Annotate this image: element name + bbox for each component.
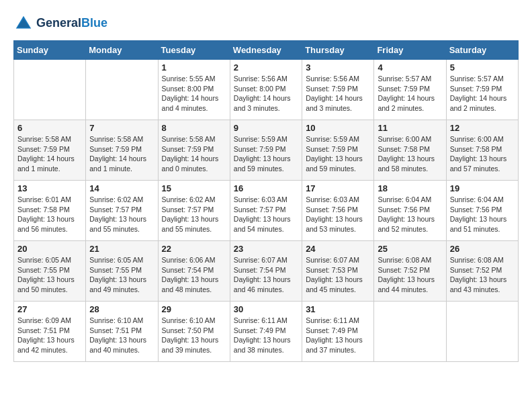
day-number: 17 <box>306 183 370 193</box>
day-number: 19 <box>450 183 515 193</box>
calendar-cell: 26Sunrise: 6:08 AM Sunset: 7:52 PM Dayli… <box>446 241 518 302</box>
calendar-cell: 7Sunrise: 5:58 AM Sunset: 7:59 PM Daylig… <box>86 120 158 181</box>
calendar-week-row: 6Sunrise: 5:58 AM Sunset: 7:59 PM Daylig… <box>14 120 519 181</box>
day-number: 7 <box>89 123 154 133</box>
calendar-week-row: 1Sunrise: 5:55 AM Sunset: 8:00 PM Daylig… <box>14 60 519 120</box>
day-info: Sunrise: 6:10 AM Sunset: 7:51 PM Dayligh… <box>89 316 154 355</box>
day-number: 23 <box>234 244 298 254</box>
calendar-week-row: 27Sunrise: 6:09 AM Sunset: 7:51 PM Dayli… <box>14 302 519 362</box>
calendar-header: SundayMondayTuesdayWednesdayThursdayFrid… <box>14 41 519 60</box>
day-info: Sunrise: 6:07 AM Sunset: 7:54 PM Dayligh… <box>234 255 298 295</box>
day-number: 31 <box>306 304 370 314</box>
calendar-cell: 9Sunrise: 5:59 AM Sunset: 7:59 PM Daylig… <box>230 120 302 181</box>
weekday-header-row: SundayMondayTuesdayWednesdayThursdayFrid… <box>14 41 519 60</box>
day-info: Sunrise: 5:58 AM Sunset: 7:59 PM Dayligh… <box>89 134 154 174</box>
day-info: Sunrise: 6:03 AM Sunset: 7:56 PM Dayligh… <box>306 195 370 234</box>
calendar-cell: 30Sunrise: 6:11 AM Sunset: 7:49 PM Dayli… <box>230 302 302 362</box>
calendar-cell: 11Sunrise: 6:00 AM Sunset: 7:58 PM Dayli… <box>374 120 446 181</box>
day-number: 22 <box>162 244 226 254</box>
day-number: 13 <box>17 183 82 193</box>
calendar-cell: 15Sunrise: 6:02 AM Sunset: 7:57 PM Dayli… <box>158 181 230 241</box>
calendar-cell: 10Sunrise: 5:59 AM Sunset: 7:59 PM Dayli… <box>302 120 374 181</box>
day-info: Sunrise: 5:57 AM Sunset: 7:59 PM Dayligh… <box>450 74 515 113</box>
calendar-cell: 20Sunrise: 6:05 AM Sunset: 7:55 PM Dayli… <box>14 241 86 302</box>
day-info: Sunrise: 6:09 AM Sunset: 7:51 PM Dayligh… <box>17 316 82 355</box>
day-info: Sunrise: 6:06 AM Sunset: 7:54 PM Dayligh… <box>162 255 226 295</box>
day-info: Sunrise: 6:08 AM Sunset: 7:52 PM Dayligh… <box>378 255 442 295</box>
calendar-cell: 17Sunrise: 6:03 AM Sunset: 7:56 PM Dayli… <box>302 181 374 241</box>
page-header: GeneralBlue <box>13 13 519 34</box>
day-number: 20 <box>17 244 82 254</box>
calendar-cell: 22Sunrise: 6:06 AM Sunset: 7:54 PM Dayli… <box>158 241 230 302</box>
day-number: 15 <box>162 183 226 193</box>
calendar-cell: 4Sunrise: 5:57 AM Sunset: 7:59 PM Daylig… <box>374 60 446 120</box>
day-number: 3 <box>306 62 370 73</box>
calendar-cell: 19Sunrise: 6:04 AM Sunset: 7:56 PM Dayli… <box>446 181 518 241</box>
day-number: 8 <box>162 123 226 133</box>
weekday-header-thursday: Thursday <box>302 41 374 60</box>
day-info: Sunrise: 6:11 AM Sunset: 7:49 PM Dayligh… <box>234 316 298 355</box>
calendar-table: SundayMondayTuesdayWednesdayThursdayFrid… <box>13 40 519 362</box>
day-number: 30 <box>234 304 298 314</box>
calendar-week-row: 20Sunrise: 6:05 AM Sunset: 7:55 PM Dayli… <box>14 241 519 302</box>
calendar-cell: 27Sunrise: 6:09 AM Sunset: 7:51 PM Dayli… <box>14 302 86 362</box>
day-number: 14 <box>89 183 154 193</box>
day-info: Sunrise: 5:57 AM Sunset: 7:59 PM Dayligh… <box>378 74 442 113</box>
day-info: Sunrise: 5:58 AM Sunset: 7:59 PM Dayligh… <box>162 134 226 174</box>
calendar-cell <box>374 302 446 362</box>
calendar-cell: 2Sunrise: 5:56 AM Sunset: 8:00 PM Daylig… <box>230 60 302 120</box>
calendar-body: 1Sunrise: 5:55 AM Sunset: 8:00 PM Daylig… <box>14 60 519 362</box>
day-number: 12 <box>450 123 515 133</box>
calendar-cell: 6Sunrise: 5:58 AM Sunset: 7:59 PM Daylig… <box>14 120 86 181</box>
calendar-cell: 18Sunrise: 6:04 AM Sunset: 7:56 PM Dayli… <box>374 181 446 241</box>
weekday-header-monday: Monday <box>86 41 158 60</box>
day-info: Sunrise: 5:58 AM Sunset: 7:59 PM Dayligh… <box>17 134 82 174</box>
calendar-cell: 13Sunrise: 6:01 AM Sunset: 7:58 PM Dayli… <box>14 181 86 241</box>
day-info: Sunrise: 6:03 AM Sunset: 7:57 PM Dayligh… <box>234 195 298 234</box>
day-info: Sunrise: 6:07 AM Sunset: 7:53 PM Dayligh… <box>306 255 370 295</box>
day-number: 10 <box>306 123 370 133</box>
day-number: 21 <box>89 244 154 254</box>
calendar-cell: 14Sunrise: 6:02 AM Sunset: 7:57 PM Dayli… <box>86 181 158 241</box>
calendar-cell: 21Sunrise: 6:05 AM Sunset: 7:55 PM Dayli… <box>86 241 158 302</box>
day-info: Sunrise: 6:02 AM Sunset: 7:57 PM Dayligh… <box>162 195 226 234</box>
calendar-cell: 25Sunrise: 6:08 AM Sunset: 7:52 PM Dayli… <box>374 241 446 302</box>
day-number: 18 <box>378 183 442 193</box>
day-info: Sunrise: 5:56 AM Sunset: 8:00 PM Dayligh… <box>234 74 298 113</box>
calendar-cell: 12Sunrise: 6:00 AM Sunset: 7:58 PM Dayli… <box>446 120 518 181</box>
day-number: 25 <box>378 244 442 254</box>
calendar-week-row: 13Sunrise: 6:01 AM Sunset: 7:58 PM Dayli… <box>14 181 519 241</box>
day-info: Sunrise: 6:04 AM Sunset: 7:56 PM Dayligh… <box>378 195 442 234</box>
calendar-cell: 16Sunrise: 6:03 AM Sunset: 7:57 PM Dayli… <box>230 181 302 241</box>
weekday-header-sunday: Sunday <box>14 41 86 60</box>
day-info: Sunrise: 5:59 AM Sunset: 7:59 PM Dayligh… <box>306 134 370 174</box>
weekday-header-friday: Friday <box>374 41 446 60</box>
day-info: Sunrise: 6:00 AM Sunset: 7:58 PM Dayligh… <box>450 134 515 174</box>
calendar-cell: 28Sunrise: 6:10 AM Sunset: 7:51 PM Dayli… <box>86 302 158 362</box>
day-number: 28 <box>89 304 154 314</box>
calendar-cell <box>446 302 518 362</box>
day-info: Sunrise: 5:55 AM Sunset: 8:00 PM Dayligh… <box>162 74 226 113</box>
calendar-cell <box>86 60 158 120</box>
day-info: Sunrise: 6:05 AM Sunset: 7:55 PM Dayligh… <box>89 255 154 295</box>
calendar-cell: 5Sunrise: 5:57 AM Sunset: 7:59 PM Daylig… <box>446 60 518 120</box>
logo-icon <box>13 13 34 34</box>
calendar-cell <box>14 60 86 120</box>
day-number: 27 <box>17 304 82 314</box>
calendar-cell: 31Sunrise: 6:11 AM Sunset: 7:49 PM Dayli… <box>302 302 374 362</box>
day-number: 11 <box>378 123 442 133</box>
calendar-cell: 23Sunrise: 6:07 AM Sunset: 7:54 PM Dayli… <box>230 241 302 302</box>
day-number: 9 <box>234 123 298 133</box>
logo-text: GeneralBlue <box>36 16 107 31</box>
day-info: Sunrise: 6:01 AM Sunset: 7:58 PM Dayligh… <box>17 195 82 234</box>
calendar-cell: 8Sunrise: 5:58 AM Sunset: 7:59 PM Daylig… <box>158 120 230 181</box>
weekday-header-saturday: Saturday <box>446 41 518 60</box>
day-number: 29 <box>162 304 226 314</box>
day-info: Sunrise: 6:04 AM Sunset: 7:56 PM Dayligh… <box>450 195 515 234</box>
weekday-header-wednesday: Wednesday <box>230 41 302 60</box>
calendar-cell: 24Sunrise: 6:07 AM Sunset: 7:53 PM Dayli… <box>302 241 374 302</box>
calendar-cell: 29Sunrise: 6:10 AM Sunset: 7:50 PM Dayli… <box>158 302 230 362</box>
day-info: Sunrise: 6:11 AM Sunset: 7:49 PM Dayligh… <box>306 316 370 355</box>
weekday-header-tuesday: Tuesday <box>158 41 230 60</box>
day-number: 24 <box>306 244 370 254</box>
